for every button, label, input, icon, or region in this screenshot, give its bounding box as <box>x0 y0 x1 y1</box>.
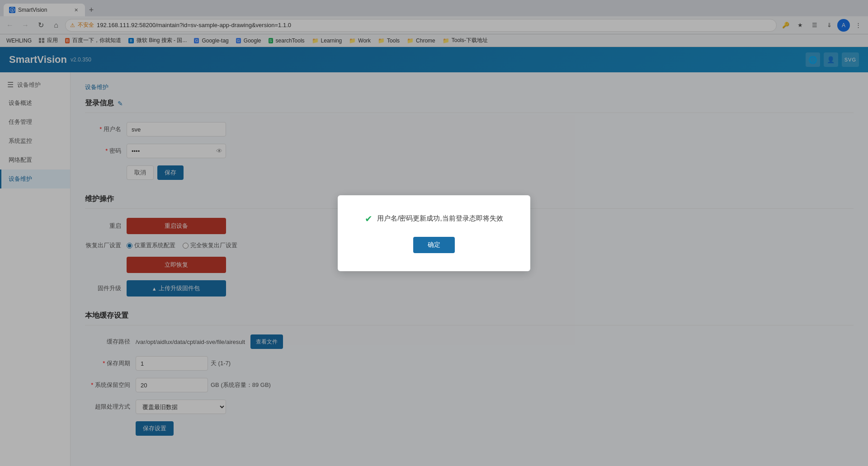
modal-confirm-button[interactable]: 确定 <box>413 237 455 253</box>
success-icon: ✔ <box>365 213 373 224</box>
modal-message-text: 用户名/密码更新成功,当前登录态即将失效 <box>377 214 503 223</box>
modal-overlay: ✔ 用户名/密码更新成功,当前登录态即将失效 确定 <box>0 0 868 466</box>
modal-message: ✔ 用户名/密码更新成功,当前登录态即将失效 <box>365 213 503 224</box>
modal-box: ✔ 用户名/密码更新成功,当前登录态即将失效 确定 <box>338 195 530 271</box>
